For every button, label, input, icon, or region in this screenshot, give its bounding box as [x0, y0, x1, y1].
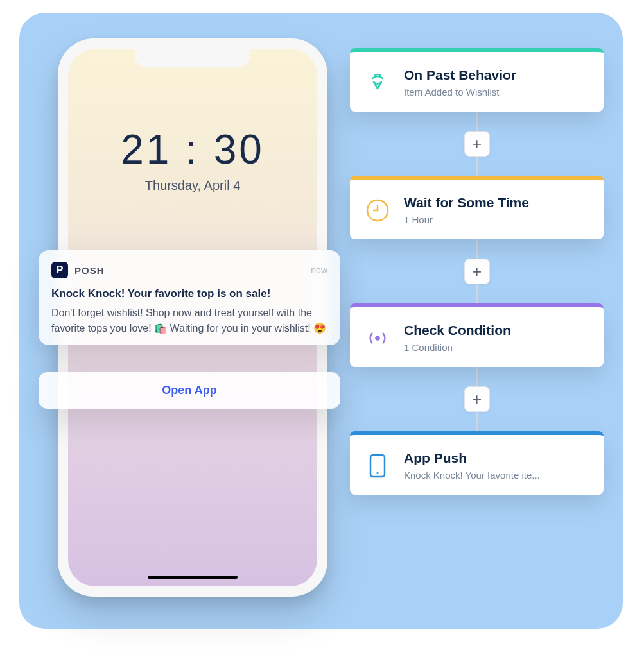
home-indicator [148, 576, 238, 579]
flow-node-trigger[interactable]: On Past Behavior Item Added to Wishlist [350, 48, 604, 112]
flow-connector: + [464, 112, 490, 176]
workflow-flow: On Past Behavior Item Added to Wishlist … [350, 48, 604, 495]
flow-node-title: Wait for Some Time [404, 195, 529, 210]
lock-time: 21 : 30 [68, 126, 317, 173]
add-step-button[interactable]: + [464, 259, 490, 284]
signal-icon [364, 325, 391, 352]
connector-line [476, 239, 478, 259]
app-icon-letter: P [57, 264, 64, 276]
push-notification-card[interactable]: P POSH now Knock Knock! Your favorite to… [39, 250, 340, 345]
beacon-icon [364, 69, 391, 96]
phone-icon [364, 452, 391, 479]
flow-node-subtitle: Item Added to Wishlist [404, 87, 516, 98]
notification-title: Knock Knock! Your favorite top is on sal… [51, 287, 327, 300]
app-name: POSH [74, 265, 105, 276]
flow-node-title: App Push [404, 450, 540, 466]
flow-connector: + [464, 239, 490, 303]
open-app-button[interactable]: Open App [39, 372, 340, 409]
clock-icon [364, 197, 391, 224]
notification-body: Don't forget wishlist! Shop now and trea… [51, 305, 327, 336]
flow-node-push[interactable]: App Push Knock Knock! Your favorite ite.… [350, 431, 604, 495]
flow-node-subtitle: 1 Condition [404, 342, 511, 353]
flow-node-wait[interactable]: Wait for Some Time 1 Hour [350, 176, 604, 239]
flow-node-subtitle: Knock Knock! Your favorite ite... [404, 470, 540, 481]
flow-node-condition[interactable]: Check Condition 1 Condition [350, 303, 604, 367]
connector-line [476, 412, 478, 431]
app-icon: P [51, 262, 68, 278]
add-step-button[interactable]: + [464, 131, 490, 157]
open-app-label: Open App [162, 384, 216, 397]
add-step-button[interactable]: + [464, 386, 490, 412]
svg-point-1 [375, 336, 380, 341]
phone-notch [135, 49, 250, 67]
connector-line [476, 284, 478, 303]
flow-connector: + [464, 367, 490, 431]
lock-date: Thursday, April 4 [68, 178, 317, 193]
flow-node-title: Check Condition [404, 323, 511, 338]
svg-point-3 [377, 472, 379, 474]
notification-timestamp: now [311, 265, 327, 275]
flow-node-subtitle: 1 Hour [404, 214, 529, 225]
connector-line [476, 157, 478, 176]
canvas: 21 : 30 Thursday, April 4 P POSH now Kno… [0, 0, 644, 657]
notification-header: P POSH now [51, 262, 327, 278]
flow-node-title: On Past Behavior [404, 67, 516, 83]
connector-line [476, 112, 478, 131]
lock-screen-clock: 21 : 30 Thursday, April 4 [68, 126, 317, 193]
connector-line [476, 367, 478, 386]
